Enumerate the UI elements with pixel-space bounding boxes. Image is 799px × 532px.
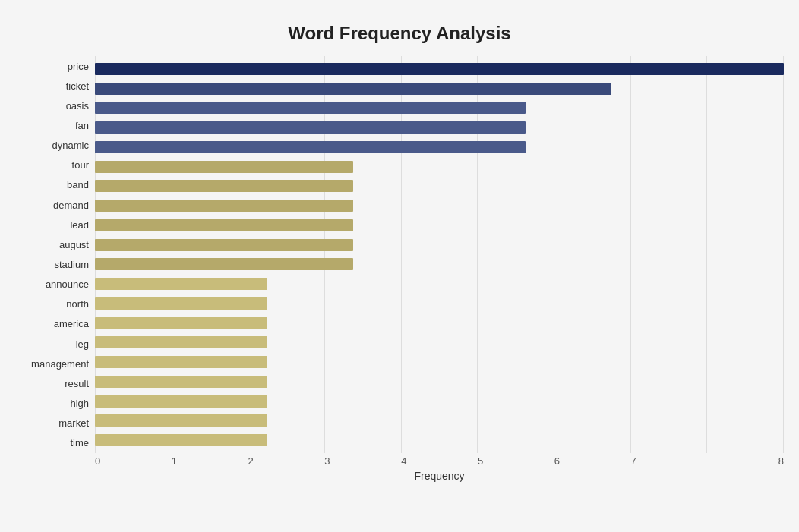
x-tick-8: 8 bbox=[707, 453, 784, 468]
bar-price bbox=[95, 63, 784, 75]
x-tick-1: 1 bbox=[172, 453, 248, 468]
bar-result bbox=[95, 376, 267, 388]
bar-demand bbox=[95, 200, 353, 212]
bar-america bbox=[95, 317, 267, 329]
bars-container bbox=[95, 56, 784, 453]
y-label-market: market bbox=[58, 415, 89, 432]
y-label-august: august bbox=[59, 236, 89, 253]
chart-title: Word Frequency Analysis bbox=[15, 15, 784, 44]
bar-row-demand bbox=[95, 197, 784, 214]
bar-row-north bbox=[95, 295, 784, 312]
chart-container: Word Frequency Analysis priceticketoasis… bbox=[0, 0, 799, 532]
y-label-lead: lead bbox=[70, 216, 89, 233]
bar-north bbox=[95, 297, 267, 310]
y-label-management: management bbox=[31, 355, 89, 372]
bar-management bbox=[95, 356, 267, 368]
x-tick-6: 6 bbox=[554, 453, 631, 468]
bar-dynamic bbox=[95, 141, 526, 153]
bar-row-result bbox=[95, 373, 784, 390]
y-label-tour: tour bbox=[72, 157, 89, 174]
bar-lead bbox=[95, 219, 353, 231]
y-label-high: high bbox=[70, 395, 89, 411]
bar-row-tour bbox=[95, 159, 784, 175]
bar-announce bbox=[95, 278, 267, 290]
y-label-fan: fan bbox=[75, 117, 89, 134]
bar-band bbox=[95, 180, 353, 192]
x-tick-0: 0 bbox=[95, 453, 172, 468]
y-axis-labels: priceticketoasisfandynamictourbanddemand… bbox=[15, 56, 95, 482]
bar-row-lead bbox=[95, 217, 784, 234]
y-label-america: america bbox=[54, 316, 89, 332]
x-axis-label: Frequency bbox=[95, 470, 784, 482]
y-label-result: result bbox=[65, 375, 89, 392]
bar-ticket bbox=[95, 83, 611, 95]
chart-area: priceticketoasisfandynamictourbanddemand… bbox=[15, 56, 784, 482]
bar-row-announce bbox=[95, 275, 784, 292]
bar-time bbox=[95, 434, 267, 446]
y-label-announce: announce bbox=[46, 276, 89, 293]
plot-area: 012345678 Frequency bbox=[95, 56, 784, 482]
x-tick-3: 3 bbox=[324, 453, 401, 468]
x-axis: 012345678 Frequency bbox=[95, 453, 784, 482]
y-label-stadium: stadium bbox=[54, 256, 89, 272]
y-label-north: north bbox=[66, 296, 89, 313]
bar-fan bbox=[95, 121, 526, 134]
bar-row-high bbox=[95, 393, 784, 410]
bar-oasis bbox=[95, 102, 526, 114]
bar-row-august bbox=[95, 237, 784, 253]
bar-high bbox=[95, 395, 267, 408]
y-label-leg: leg bbox=[76, 335, 89, 352]
bar-row-ticket bbox=[95, 80, 784, 97]
y-label-demand: demand bbox=[53, 197, 89, 213]
x-axis-ticks: 012345678 bbox=[95, 453, 784, 468]
bar-row-time bbox=[95, 432, 784, 449]
bar-row-fan bbox=[95, 119, 784, 136]
bar-row-stadium bbox=[95, 256, 784, 272]
y-label-dynamic: dynamic bbox=[52, 137, 89, 154]
y-label-time: time bbox=[70, 435, 89, 452]
y-label-band: band bbox=[67, 177, 89, 194]
grid-and-bars: 012345678 Frequency bbox=[95, 56, 784, 482]
bar-tour bbox=[95, 161, 353, 173]
bar-row-price bbox=[95, 61, 784, 77]
bar-leg bbox=[95, 336, 267, 348]
x-tick-4: 4 bbox=[401, 453, 478, 468]
y-label-oasis: oasis bbox=[66, 97, 89, 114]
bar-row-america bbox=[95, 315, 784, 332]
bar-row-oasis bbox=[95, 99, 784, 116]
bar-row-leg bbox=[95, 334, 784, 351]
bar-row-management bbox=[95, 354, 784, 370]
y-label-price: price bbox=[68, 58, 89, 74]
bar-market bbox=[95, 414, 267, 427]
y-label-ticket: ticket bbox=[66, 77, 89, 94]
bar-row-dynamic bbox=[95, 139, 784, 156]
x-tick-7: 7 bbox=[630, 453, 707, 468]
bar-row-market bbox=[95, 412, 784, 429]
x-tick-5: 5 bbox=[478, 453, 554, 468]
bar-august bbox=[95, 239, 353, 251]
bar-stadium bbox=[95, 258, 353, 270]
x-tick-2: 2 bbox=[248, 453, 325, 468]
bar-row-band bbox=[95, 178, 784, 194]
